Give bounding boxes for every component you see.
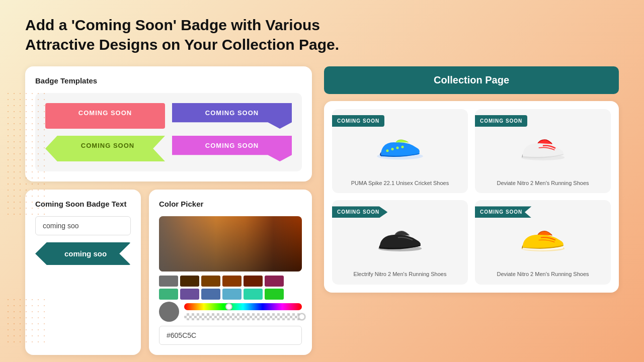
color-preview-circle — [159, 302, 179, 322]
badge-text-card: Coming Soon Badge Text coming soo — [25, 190, 141, 355]
badge-teal-flat-1: COMING SOON — [332, 115, 384, 127]
svg-point-1 — [386, 149, 389, 152]
badge-text-title: Coming Soon Badge Text — [35, 200, 131, 208]
product-name-4: Deviate Nitro 2 Men's Running Shoes — [481, 270, 605, 278]
swatch-cyan[interactable] — [222, 289, 242, 300]
hue-slider[interactable] — [184, 303, 302, 310]
product-card-1: COMING SOON P — [332, 109, 468, 193]
product-img-4 — [481, 211, 605, 266]
shoe-svg-2 — [518, 130, 568, 165]
svg-point-4 — [401, 146, 404, 148]
hex-input[interactable] — [159, 326, 302, 345]
product-card-2: COMING SOON Deviate Nitro 2 Men's Runnin… — [475, 109, 611, 193]
svg-point-2 — [391, 148, 394, 150]
shoe-svg-1 — [375, 130, 425, 165]
badge-grid: COMING SOON COMING SOON COMING SOON COMI… — [35, 93, 302, 171]
swatch-green[interactable] — [159, 289, 178, 300]
color-picker-title: Color Picker — [159, 200, 302, 208]
badge-ribbon-purple[interactable]: COMING SOON — [172, 103, 292, 129]
product-badge-2: COMING SOON — [475, 115, 527, 127]
swatch-purple[interactable] — [180, 289, 199, 300]
color-gradient-picker[interactable] — [159, 216, 302, 272]
product-badge-3: COMING SOON — [332, 206, 387, 218]
badge-teal-chevron-3: COMING SOON — [332, 206, 387, 218]
badge-chevron-green[interactable]: COMING SOON — [45, 136, 165, 161]
badge-preview-dark: coming soo — [35, 242, 131, 265]
color-bottom-row — [159, 302, 302, 322]
product-name-2: Deviate Nitro 2 Men's Running Shoes — [481, 179, 605, 187]
shoe-svg-4 — [518, 221, 568, 256]
right-column: Collection Page COMING SOON — [324, 66, 619, 293]
product-badge-4: COMING SOON — [475, 206, 531, 218]
product-img-3 — [338, 211, 462, 266]
product-img-1 — [338, 120, 462, 175]
badge-teal-ribbon-4: COMING SOON — [475, 206, 531, 218]
badge-teal-flat-2: COMING SOON — [475, 115, 527, 127]
badge-templates-card: Badge Templates COMING SOON COMING SOON … — [25, 66, 312, 182]
swatch-dark-brown[interactable] — [180, 276, 199, 287]
swatch-magenta-dark[interactable] — [265, 276, 284, 287]
product-name-1: PUMA Spike 22.1 Unisex Cricket Shoes — [338, 179, 462, 187]
swatch-dark-red[interactable] — [244, 276, 263, 287]
swatches-row-1 — [159, 276, 302, 287]
left-column: Badge Templates COMING SOON COMING SOON … — [25, 66, 312, 355]
swatches-row-2 — [159, 289, 302, 300]
badge-text-input[interactable] — [35, 216, 131, 235]
bottom-cards-row: Coming Soon Badge Text coming soo Color … — [25, 190, 312, 355]
swatch-bright-green[interactable] — [265, 289, 284, 300]
swatch-blue[interactable] — [201, 289, 220, 300]
svg-point-3 — [396, 147, 399, 149]
swatch-teal-light[interactable] — [244, 289, 263, 300]
swatch-orange-brown[interactable] — [222, 276, 242, 287]
product-name-3: Electrify Nitro 2 Men's Running Shoes — [338, 270, 462, 278]
badge-templates-title: Badge Templates — [35, 76, 302, 85]
sliders-wrap — [184, 303, 302, 320]
product-card-4: COMING SOON Deviate Nitro — [475, 200, 611, 284]
swatch-brown[interactable] — [201, 276, 220, 287]
page-title: Add a 'Coming Soon' Badge with Various A… — [25, 15, 357, 54]
shoe-svg-3 — [375, 221, 425, 256]
product-img-2 — [481, 120, 605, 175]
alpha-slider[interactable] — [184, 313, 302, 320]
products-grid: COMING SOON P — [324, 101, 619, 293]
badge-ribbon-pink[interactable]: COMING SOON — [172, 136, 292, 161]
hue-thumb[interactable] — [225, 303, 232, 310]
color-picker-card: Color Picker — [149, 190, 312, 355]
product-badge-1: COMING SOON — [332, 115, 384, 127]
collection-page-header: Collection Page — [324, 66, 619, 94]
alpha-thumb[interactable] — [298, 313, 305, 320]
content-row: Badge Templates COMING SOON COMING SOON … — [25, 66, 619, 355]
product-card-3: COMING SOON Electrify Nitro 2 Men's Runn… — [332, 200, 468, 284]
badge-flat-red[interactable]: COMING SOON — [45, 103, 165, 129]
swatch-gray[interactable] — [159, 276, 178, 287]
